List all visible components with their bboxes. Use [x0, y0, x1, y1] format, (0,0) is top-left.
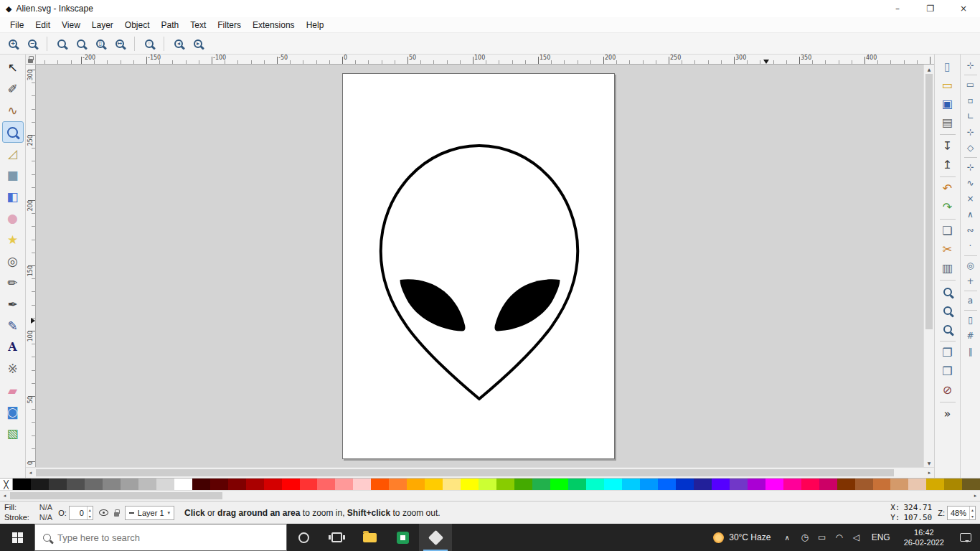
opacity-value[interactable]: 0 — [70, 509, 87, 517]
hidden-icons-button[interactable]: ∧ — [778, 524, 796, 551]
snap-text-baseline-button[interactable]: a — [963, 293, 979, 309]
zoom-value[interactable]: 48% — [948, 509, 969, 517]
color-swatch[interactable] — [121, 479, 138, 490]
color-swatch[interactable] — [586, 479, 604, 490]
snap-rotation-centers-button[interactable]: + — [963, 273, 979, 289]
zoom-drawing-cmd-button[interactable] — [938, 301, 958, 320]
color-swatch[interactable] — [443, 479, 461, 490]
color-swatch[interactable] — [694, 479, 712, 490]
zoom-tool[interactable] — [2, 121, 24, 143]
snap-line-midpoints-button[interactable]: · — [963, 238, 979, 254]
weather-widget[interactable]: 30°C Haze — [706, 524, 778, 551]
vertical-ruler[interactable]: 300250200150100500 — [26, 65, 36, 467]
color-swatch[interactable] — [550, 479, 568, 490]
zoom-spinner[interactable]: 48% ▴ ▾ — [947, 506, 976, 520]
color-swatch[interactable] — [658, 479, 676, 490]
spray-tool[interactable]: ※ — [2, 358, 24, 380]
open-document-button[interactable]: ▭ — [938, 76, 958, 95]
command-bar-overflow-button[interactable]: » — [938, 405, 958, 423]
scroll-up-arrow[interactable]: ▲ — [924, 65, 934, 73]
menu-layer[interactable]: Layer — [86, 17, 119, 32]
menu-extensions[interactable]: Extensions — [247, 17, 301, 32]
palette-scrollbar[interactable]: ◂ ▸ — [0, 490, 980, 501]
menu-edit[interactable]: Edit — [29, 17, 56, 32]
color-swatch[interactable] — [837, 479, 855, 490]
color-swatch[interactable] — [748, 479, 765, 490]
zoom-page-width-button[interactable]: ↔ — [110, 34, 129, 53]
color-swatch[interactable] — [228, 479, 246, 490]
horizontal-scroll-thumb[interactable] — [36, 469, 894, 476]
undo-button[interactable]: ↶ — [938, 179, 958, 198]
file-explorer-button[interactable] — [353, 524, 386, 551]
minimize-button[interactable]: – — [881, 0, 914, 17]
color-swatch[interactable] — [300, 479, 318, 490]
import-document-button[interactable]: ↧ — [938, 137, 958, 156]
snap-path-intersections-button[interactable]: × — [963, 191, 979, 207]
export-document-button[interactable]: ↥ — [938, 156, 958, 174]
color-swatch[interactable] — [496, 479, 514, 490]
canvas[interactable] — [36, 65, 923, 467]
menu-object[interactable]: Object — [119, 17, 156, 32]
snap-toggle-button[interactable]: ⊹ — [963, 57, 979, 73]
snap-bbox-centers-button[interactable]: ◇ — [963, 140, 979, 156]
scroll-left-arrow[interactable]: ◂ — [26, 468, 35, 478]
unlink-clone-button[interactable]: ⊘ — [938, 381, 958, 400]
layer-lock-toggle[interactable] — [114, 512, 119, 517]
zoom-drawing-button[interactable] — [72, 34, 90, 53]
tweak-tool[interactable]: ∿ — [2, 100, 24, 121]
color-swatch[interactable] — [103, 479, 121, 490]
tray-network-icon[interactable]: ◠ — [831, 532, 848, 542]
color-swatch[interactable] — [13, 479, 31, 490]
color-swatch[interactable] — [962, 479, 980, 490]
zoom-out-button[interactable]: − — [23, 34, 42, 53]
scroll-down-arrow[interactable]: ▼ — [924, 458, 934, 467]
snap-bbox-edges-button[interactable]: ▫ — [963, 93, 979, 108]
color-swatch[interactable] — [514, 479, 532, 490]
snap-bbox-corners-button[interactable]: ∟ — [963, 108, 979, 124]
color-swatch[interactable] — [461, 479, 479, 490]
maximize-button[interactable]: ❐ — [914, 0, 947, 17]
pencil-tool[interactable]: ✏ — [2, 272, 24, 293]
color-swatch[interactable] — [532, 479, 550, 490]
palette-scroll-left-arrow[interactable]: ◂ — [0, 491, 9, 501]
color-swatch[interactable] — [371, 479, 389, 490]
color-swatch[interactable] — [85, 479, 103, 490]
color-swatch[interactable] — [156, 479, 174, 490]
rectangle-tool[interactable]: ■ — [2, 164, 24, 186]
color-swatch[interactable] — [192, 479, 210, 490]
no-color-swatch[interactable]: ╳ — [0, 479, 13, 490]
action-center-button[interactable] — [951, 524, 980, 551]
calligraphy-tool[interactable]: ✎ — [2, 315, 24, 336]
paint-bucket-tool[interactable]: ◙ — [2, 401, 24, 423]
start-button[interactable] — [0, 524, 34, 551]
color-swatch[interactable] — [264, 479, 282, 490]
create-clone-button[interactable]: ❒ — [938, 362, 958, 381]
cut-button[interactable]: ✂ — [938, 240, 958, 259]
zoom-in-button[interactable]: + — [4, 34, 22, 53]
search-input[interactable] — [57, 532, 278, 543]
palette-scroll-right-arrow[interactable]: ▸ — [971, 491, 980, 501]
color-swatch[interactable] — [765, 479, 783, 490]
bezier-tool[interactable]: ✒ — [2, 293, 24, 315]
eraser-tool[interactable]: ▰ — [2, 380, 24, 401]
menu-file[interactable]: File — [4, 17, 29, 32]
color-swatch[interactable] — [138, 479, 156, 490]
snap-object-centers-button[interactable]: ◎ — [963, 258, 979, 273]
snap-guides-button[interactable]: ∥ — [963, 344, 979, 359]
color-swatch[interactable] — [908, 479, 926, 490]
opacity-spinner[interactable]: 0 ▴ ▾ — [69, 506, 93, 520]
snap-smooth-nodes-button[interactable]: ∾ — [963, 222, 979, 238]
color-swatch[interactable] — [31, 479, 49, 490]
color-swatch[interactable] — [282, 479, 300, 490]
spin-down-arrow[interactable]: ▾ — [88, 513, 93, 519]
color-swatch[interactable] — [819, 479, 837, 490]
color-swatch[interactable] — [712, 479, 730, 490]
horizontal-scrollbar[interactable]: ◂ ▸ — [26, 467, 934, 478]
lock-guides-toggle[interactable] — [26, 55, 36, 65]
color-swatch[interactable] — [622, 479, 640, 490]
cortana-button[interactable] — [287, 524, 320, 551]
snap-paths-button[interactable]: ∿ — [963, 175, 979, 191]
color-swatch[interactable] — [604, 479, 622, 490]
inkscape-taskbar-button[interactable] — [419, 524, 452, 551]
color-swatch[interactable] — [407, 479, 425, 490]
